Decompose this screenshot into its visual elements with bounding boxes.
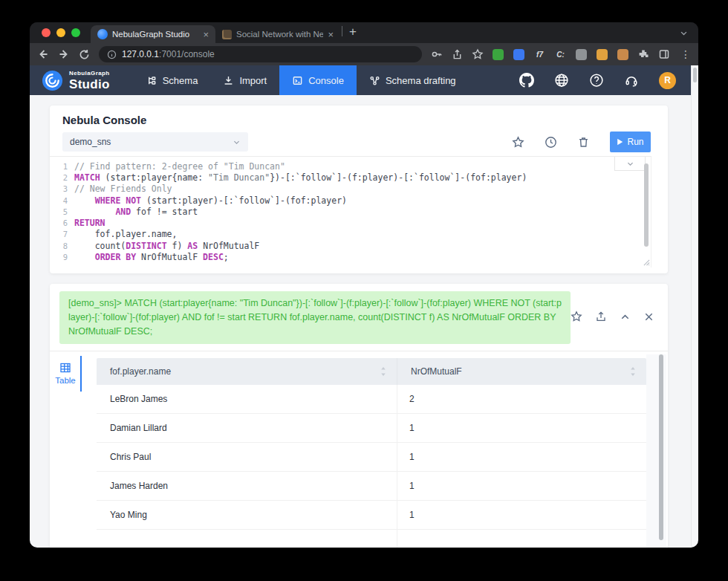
console-page: Nebula Console demo_sns	[30, 95, 691, 548]
close-tab-icon[interactable]: ×	[328, 30, 334, 39]
tab-title: Social Network with NebulaGra	[236, 30, 323, 39]
run-button[interactable]: Run	[610, 132, 651, 152]
code-line[interactable]: 4 WHERE NOT (start:player)-[:`follow`]-(…	[50, 195, 651, 206]
studio-brand[interactable]: NebulaGraph Studio	[30, 70, 120, 91]
gray-card-icon[interactable]	[576, 49, 587, 60]
table-cell: 1	[397, 472, 646, 500]
code-line[interactable]: 2MATCH (start:player{name: "Tim Duncan"}…	[50, 172, 651, 183]
tab-search-chevron-icon[interactable]	[680, 29, 688, 37]
result-card: [demo_sns]> MATCH (start:player{name: "T…	[50, 284, 668, 548]
sort-icon[interactable]	[380, 366, 386, 377]
code-line[interactable]: 6RETURN	[50, 217, 651, 228]
support-headset-icon[interactable]	[624, 73, 639, 88]
history-clock-icon[interactable]	[545, 136, 557, 149]
share-icon[interactable]	[452, 49, 463, 60]
favorite-star-icon[interactable]	[512, 136, 524, 149]
blue-gem-icon[interactable]	[513, 49, 524, 60]
table-row: Yao Ming1	[97, 501, 646, 530]
browser-tab-social-network[interactable]: Social Network with NebulaGra ×	[215, 25, 340, 43]
close-result-icon[interactable]	[643, 311, 654, 322]
table-row: James Harden1	[97, 472, 646, 501]
user-avatar[interactable]: R	[659, 72, 676, 89]
metamask-icon[interactable]	[617, 49, 628, 60]
column-header-fof-player-name[interactable]: fof.player.name	[97, 358, 397, 385]
export-icon[interactable]	[595, 311, 607, 322]
language-globe-icon[interactable]	[554, 73, 569, 88]
run-label: Run	[627, 137, 643, 147]
close-window-button[interactable]	[42, 28, 51, 37]
address-bar[interactable]: 127.0.0.1:7001/console	[99, 46, 422, 62]
browser-tab-strip: NebulaGraph Studio × Social Network with…	[30, 22, 698, 43]
editor-resize-handle[interactable]	[643, 259, 650, 266]
console-card-title: Nebula Console	[62, 114, 146, 126]
nav-schema[interactable]: Schema	[134, 65, 211, 95]
line-number: 9	[50, 253, 74, 262]
back-icon[interactable]	[37, 48, 49, 60]
code-line[interactable]: 5 AND fof != start	[50, 206, 651, 217]
schema-icon	[146, 75, 157, 86]
active-tab-indicator	[80, 356, 82, 392]
table-cell: LeBron James	[97, 385, 397, 413]
password-key-icon[interactable]	[431, 48, 443, 60]
column-header-nrofmutualf[interactable]: NrOfMutualF	[397, 358, 646, 385]
code-text: ORDER BY NrOfMutualF DESC;	[74, 252, 229, 262]
f7-icon[interactable]: f7	[534, 49, 545, 60]
query-editor[interactable]: 1// Find pattern: 2-degree of "Tim Dunca…	[50, 156, 651, 267]
tab-separator	[342, 26, 342, 36]
collapse-chevron-up-icon[interactable]	[620, 311, 631, 322]
table-scrollbar-track[interactable]	[646, 354, 666, 548]
tab-table-view[interactable]: Table	[50, 357, 81, 389]
editor-expand-button[interactable]	[614, 157, 646, 171]
table-cell: Chris Paul	[97, 443, 397, 471]
reload-icon[interactable]	[79, 49, 90, 60]
ci-icon[interactable]: C:	[555, 49, 566, 60]
evernote-icon[interactable]	[493, 49, 504, 60]
code-line[interactable]: 3// New Friends Only	[50, 184, 651, 195]
bookmark-star-icon[interactable]	[472, 48, 484, 60]
table-grid-icon	[59, 362, 71, 374]
side-panel-icon[interactable]	[658, 48, 670, 60]
table-header: fof.player.name NrOfMutualF	[97, 358, 646, 385]
code-text: MATCH (start:player{name: "Tim Duncan"})…	[74, 172, 527, 183]
code-line[interactable]: 8 count(DISTINCT f) AS NrOfMutualF	[50, 240, 651, 251]
amber-grid-icon[interactable]	[597, 49, 608, 60]
url-text: 127.0.0.1:7001/console	[122, 49, 215, 59]
tab-table-label: Table	[55, 376, 76, 385]
column-label: NrOfMutualF	[411, 366, 462, 377]
editor-scrollbar-thumb[interactable]	[644, 163, 649, 247]
table-row: LeBron James2	[97, 385, 646, 414]
import-icon	[223, 75, 234, 86]
maximize-window-button[interactable]	[71, 28, 80, 37]
close-tab-icon[interactable]: ×	[203, 30, 209, 39]
site-info-icon[interactable]	[107, 50, 117, 59]
code-line[interactable]: 1// Find pattern: 2-degree of "Tim Dunca…	[50, 160, 651, 172]
table-cell: 1	[397, 443, 646, 471]
browser-menu-icon[interactable]: ⋮	[680, 48, 691, 60]
forward-icon[interactable]	[58, 48, 70, 60]
page-scrollbar-thumb[interactable]	[693, 68, 697, 82]
nav-import[interactable]: Import	[210, 65, 279, 95]
nav-console[interactable]: Console	[279, 65, 357, 95]
code-line[interactable]: 7 fof.player.name,	[50, 229, 651, 240]
page-scrollbar-track[interactable]	[691, 65, 698, 548]
favorite-star-icon[interactable]	[571, 311, 582, 322]
table-scrollbar-thumb[interactable]	[659, 354, 663, 540]
minimize-window-button[interactable]	[56, 28, 65, 37]
code-text: // Find pattern: 2-degree of "Tim Duncan…	[74, 161, 285, 172]
url-host: 127.0.0.1	[122, 49, 159, 59]
console-icon	[292, 75, 303, 86]
sort-icon[interactable]	[630, 366, 636, 377]
new-tab-button[interactable]: +	[349, 25, 357, 38]
github-icon[interactable]	[519, 73, 534, 88]
graph-space-select[interactable]: demo_sns	[62, 132, 248, 152]
help-icon[interactable]	[589, 73, 604, 88]
clear-trash-icon[interactable]	[577, 136, 590, 149]
header-icons: R	[519, 72, 691, 89]
code-line[interactable]: 9 ORDER BY NrOfMutualF DESC;	[50, 251, 651, 262]
puzzle-extensions-icon[interactable]	[637, 48, 649, 60]
nav-schema-drafting[interactable]: Schema drafting	[357, 65, 469, 95]
line-number: 6	[50, 218, 74, 227]
page-favicon-icon	[222, 30, 232, 39]
line-number: 3	[50, 184, 74, 193]
browser-tab-nebulagraph-studio[interactable]: NebulaGraph Studio ×	[91, 25, 215, 43]
